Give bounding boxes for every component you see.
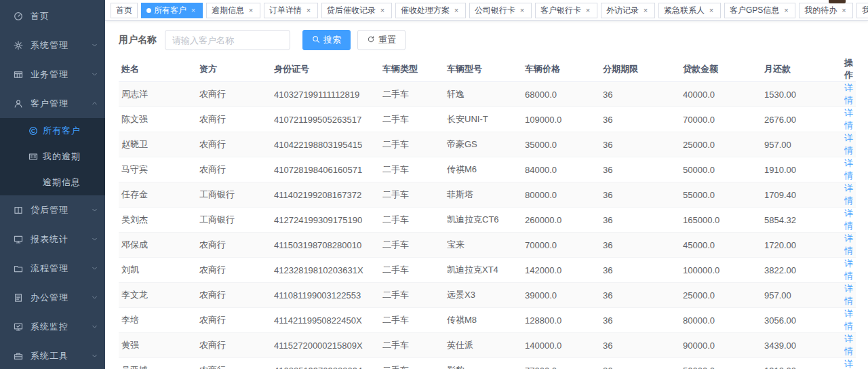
sidebar-item-office-management[interactable]: 办公管理 [0, 283, 105, 312]
tabs-bar: 首页所有客户×逾期信息×订单详情×贷后催收记录×催收处理方案×公司银行卡×客户银… [105, 0, 868, 21]
cell-installment-term: 36 [600, 157, 680, 182]
cell-action: 详情 [842, 132, 856, 157]
search-field-label: 用户名称 [119, 34, 157, 46]
tab-催收处理方案[interactable]: 催收处理方案× [395, 3, 466, 18]
sidebar-item-system-tools[interactable]: 系统工具 [0, 341, 105, 369]
table-body: 周志洋农商行410327199111112819二手车轩逸68000.03640… [119, 82, 856, 369]
document-icon [14, 292, 24, 303]
tab-客户GPS信息[interactable]: 客户GPS信息× [724, 3, 795, 18]
cell-installment-term: 36 [600, 182, 680, 208]
close-icon[interactable]: × [304, 6, 313, 14]
close-icon[interactable]: × [707, 6, 715, 14]
chevron-down-icon [91, 352, 98, 360]
cell-name: 任存金 [119, 182, 197, 208]
tab-我的流程[interactable]: 我的流程× [856, 3, 868, 18]
close-icon[interactable]: × [189, 6, 197, 14]
cell-id-number: 410728198406160571 [271, 157, 380, 182]
cell-name: 吴亚博 [119, 358, 197, 369]
tab-客户银行卡[interactable]: 客户银行卡× [535, 3, 597, 18]
sidebar-item-post-loan-management[interactable]: 贷后管理 [0, 195, 105, 225]
idcard-icon [28, 152, 38, 162]
detail-link[interactable]: 详情 [844, 208, 853, 231]
tab-贷后催收记录[interactable]: 贷后催收记录× [321, 3, 392, 18]
tab-紧急联系人[interactable]: 紧急联系人× [658, 3, 721, 18]
cell-monthly-payment: 3056.00 [762, 308, 842, 333]
grid-icon [14, 69, 24, 79]
sidebar-item-my-overdue[interactable]: 我的逾期 [0, 144, 105, 170]
customer-table: 姓名资方身份证号车辆类型车辆型号车辆价格分期期限贷款金额月还款操作 周志洋农商行… [119, 57, 856, 369]
cell-vehicle-price: 80000.0 [522, 182, 600, 208]
table-row: 李培农商行41142119950822450X二手车传祺M8128800.036… [119, 308, 856, 333]
detail-link[interactable]: 详情 [844, 183, 853, 206]
sidebar-item-customer-management[interactable]: 客户管理 [0, 89, 105, 118]
cell-vehicle-price: 140000.0 [522, 333, 600, 358]
customer-name-input[interactable] [165, 30, 290, 50]
search-form: 用户名称 搜索 重置 [119, 30, 856, 50]
active-tab-dot [146, 8, 151, 13]
close-icon[interactable]: × [378, 6, 387, 14]
sidebar-item-process-management[interactable]: 流程管理 [0, 254, 105, 283]
app-window: 首页系统管理业务管理客户管理所有客户我的逾期逾期信息贷后管理报表统计流程管理办公… [0, 0, 868, 369]
detail-link[interactable]: 详情 [844, 158, 853, 180]
sidebar-item-business-management[interactable]: 业务管理 [0, 60, 105, 89]
search-button[interactable]: 搜索 [302, 30, 351, 50]
close-icon[interactable]: × [584, 6, 592, 14]
sidebar-item-report-statistics[interactable]: 报表统计 [0, 225, 105, 254]
tab-逾期信息[interactable]: 逾期信息× [206, 3, 260, 18]
sidebar-item-system-management[interactable]: 系统管理 [0, 31, 105, 60]
close-icon[interactable]: × [782, 6, 790, 14]
cell-vehicle-price: 77000.0 [522, 358, 600, 369]
detail-link[interactable]: 详情 [844, 233, 853, 256]
detail-link[interactable]: 详情 [844, 334, 853, 356]
cell-id-number: 411081199003122553 [271, 283, 380, 308]
tab-label: 客户银行卡 [540, 5, 581, 16]
cell-vehicle-price: 84000.0 [522, 157, 600, 182]
column-header-vehicle-price: 车辆价格 [522, 57, 600, 82]
cell-loan-amount: 25000.0 [680, 132, 762, 157]
detail-link[interactable]: 详情 [844, 359, 853, 369]
sidebar-item-system-monitor[interactable]: 系统监控 [0, 312, 105, 341]
main-area: 首页所有客户×逾期信息×订单详情×贷后催收记录×催收处理方案×公司银行卡×客户银… [105, 0, 868, 369]
reset-button[interactable]: 重置 [357, 30, 406, 50]
cell-vehicle-model: 帝豪GS [444, 132, 522, 157]
close-icon[interactable]: × [247, 6, 255, 14]
avatar[interactable] [829, 0, 846, 3]
cell-loan-amount: 100000.0 [680, 258, 762, 283]
detail-link[interactable]: 详情 [844, 258, 853, 281]
tab-所有客户[interactable]: 所有客户× [141, 3, 203, 18]
user-icon [14, 98, 24, 109]
sidebar-item-label: 首页 [31, 10, 98, 22]
cell-action: 详情 [842, 283, 856, 308]
detail-link[interactable]: 详情 [844, 108, 853, 130]
detail-link[interactable]: 详情 [844, 309, 853, 331]
cell-funder: 农商行 [197, 333, 271, 358]
cell-installment-term: 36 [600, 308, 680, 333]
sidebar-item-overdue-info[interactable]: 逾期信息 [0, 170, 105, 195]
close-icon[interactable]: × [452, 6, 460, 14]
cell-vehicle-model: 影豹 [444, 358, 522, 369]
tab-首页[interactable]: 首页 [111, 3, 138, 18]
detail-link[interactable]: 详情 [844, 83, 853, 105]
cell-funder: 农商行 [197, 132, 271, 157]
cell-id-number: 41232819810203631X [271, 258, 380, 283]
close-icon[interactable]: × [840, 6, 848, 14]
detail-link[interactable]: 详情 [844, 284, 853, 306]
cell-vehicle-type: 二手车 [380, 358, 444, 369]
sidebar-item-home[interactable]: 首页 [0, 1, 105, 31]
cell-funder: 农商行 [197, 258, 271, 283]
tab-label: 外访记录 [606, 5, 639, 16]
sidebar-item-all-customers[interactable]: 所有客户 [0, 118, 105, 144]
chevron-down-icon [91, 71, 98, 78]
tab-外访记录[interactable]: 外访记录× [601, 3, 655, 18]
cell-name: 李培 [119, 308, 197, 333]
tab-公司银行卡[interactable]: 公司银行卡× [469, 3, 532, 18]
close-icon[interactable]: × [642, 6, 650, 14]
detail-link[interactable]: 详情 [844, 133, 853, 155]
cell-installment-term: 36 [600, 333, 680, 358]
table-header-row: 姓名资方身份证号车辆类型车辆型号车辆价格分期期限贷款金额月还款操作 [119, 57, 856, 82]
tab-订单详情[interactable]: 订单详情× [264, 3, 318, 18]
chevron-down-icon [91, 235, 98, 243]
tab-我的待办[interactable]: 我的待办× [799, 3, 853, 18]
close-icon[interactable]: × [518, 6, 526, 14]
cell-vehicle-type: 二手车 [380, 233, 444, 258]
